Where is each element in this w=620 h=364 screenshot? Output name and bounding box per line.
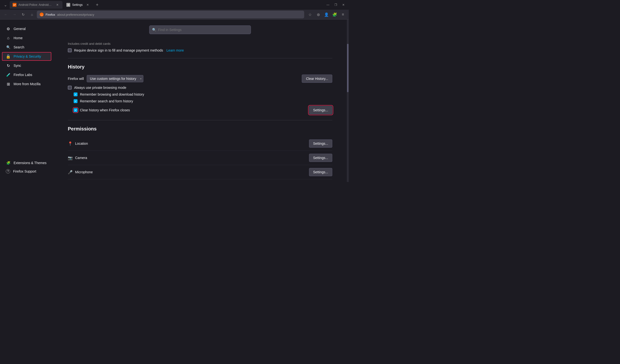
clear-on-close-checkbox[interactable] — [74, 108, 78, 112]
tab-label-android-police: Android Police: Android news, ... — [18, 3, 52, 7]
tab-history-button[interactable]: ⌄ — [2, 1, 9, 8]
sidebar-label-support: Firefox Support — [13, 169, 36, 173]
location-settings-button[interactable]: Settings... — [309, 139, 332, 148]
mozilla-icon: ⊞ — [6, 82, 11, 86]
sidebar-label-privacy: Privacy & Security — [14, 54, 41, 58]
toolbar-actions: ☆ ⊛ 👤 🧩 ≡ — [306, 11, 347, 18]
permissions-section: Permissions 📍 Location Settings... 📷 Cam… — [68, 126, 332, 182]
sidebar-item-sync[interactable]: ↻ Sync — [2, 61, 51, 70]
tab-close-android-police[interactable]: ✕ — [55, 3, 60, 7]
camera-settings-button[interactable]: Settings... — [309, 154, 332, 162]
includes-text: Includes credit and debit cards — [68, 42, 332, 46]
sidebar-label-labs: Firefox Labs — [14, 73, 32, 77]
remember-browsing-row: Remember browsing and download history — [74, 92, 332, 96]
search-wrapper: 🔍 — [149, 25, 251, 34]
clear-on-close-checkbox-row: Clear history when Firefox closes — [74, 108, 130, 112]
history-section: History Firefox will Use custom settings… — [68, 64, 332, 114]
permission-row-microphone: 🎤 Microphone Settings... — [68, 165, 332, 179]
location-icon: 📍 — [68, 141, 73, 146]
extensions-button[interactable]: 🧩 — [331, 11, 339, 18]
sidebar-item-firefox-labs[interactable]: 🧪 Firefox Labs — [2, 70, 51, 79]
clear-history-settings-button[interactable]: Settings... — [309, 106, 332, 114]
camera-text: Camera — [75, 156, 87, 160]
tab-favicon-android-police: AP — [13, 3, 16, 7]
menu-button[interactable]: ≡ — [339, 11, 347, 18]
sync-icon: ↻ — [6, 63, 11, 68]
maximize-button[interactable]: ❐ — [332, 1, 339, 8]
remember-search-checkbox[interactable] — [74, 99, 78, 103]
browser-chrome: ⌄ AP Android Police: Android news, ... ✕… — [0, 0, 349, 20]
tab-bar: ⌄ AP Android Police: Android news, ... ✕… — [0, 0, 349, 10]
clear-on-close-label: Clear history when Firefox closes — [80, 108, 130, 112]
support-icon: ? — [6, 169, 10, 174]
section-divider-1 — [68, 58, 332, 58]
camera-label: 📷 Camera — [68, 155, 87, 160]
permission-row-camera: 📷 Camera Settings... — [68, 151, 332, 165]
always-private-checkbox[interactable] — [68, 86, 72, 90]
permission-row-location: 📍 Location Settings... — [68, 136, 332, 151]
location-text: Location — [75, 142, 88, 145]
pocket-button[interactable]: ⊛ — [314, 11, 322, 18]
home-button[interactable]: ⌂ — [28, 11, 36, 18]
location-label: 📍 Location — [68, 141, 88, 146]
sidebar-item-general[interactable]: ⚙ General — [2, 24, 51, 33]
sidebar-spacer — [0, 89, 53, 156]
back-button[interactable]: ← — [2, 11, 10, 18]
permission-row-speaker: 🔊 Speaker Selection Settings... — [68, 179, 332, 182]
reload-button[interactable]: ↻ — [19, 11, 27, 18]
sidebar-bottom: 🧩 Extensions & Themes ? Firefox Support — [0, 157, 53, 177]
payment-section: Includes credit and debit cards Require … — [68, 42, 332, 52]
search-icon: 🔍 — [6, 45, 11, 50]
tab-close-settings[interactable]: ✕ — [85, 3, 90, 7]
tab-android-police[interactable]: AP Android Police: Android news, ... ✕ — [10, 1, 62, 9]
sidebar-item-search[interactable]: 🔍 Search — [2, 43, 51, 52]
sidebar: ⚙ General ⌂ Home 🔍 Search 🔒 Privacy & Se… — [0, 20, 53, 182]
minimize-button[interactable]: — — [325, 1, 331, 8]
sidebar-item-firefox-support[interactable]: ? Firefox Support — [2, 167, 51, 175]
firefox-logo: 🦊 — [40, 13, 44, 16]
account-button[interactable]: 👤 — [323, 11, 330, 18]
sidebar-label-extensions: Extensions & Themes — [14, 161, 46, 165]
sidebar-label-general: General — [14, 27, 26, 31]
require-sign-in-row: Require device sign in to fill and manag… — [68, 48, 332, 52]
microphone-icon: 🎤 — [68, 170, 73, 174]
address-url: about:preferences#privacy — [57, 13, 94, 16]
always-private-label: Always use private browsing mode — [74, 86, 126, 90]
new-tab-button[interactable]: + — [94, 1, 101, 8]
scrollbar-track[interactable] — [347, 20, 349, 182]
remember-search-label: Remember search and form history — [80, 99, 133, 103]
microphone-settings-button[interactable]: Settings... — [309, 168, 332, 176]
bookmark-button[interactable]: ☆ — [306, 11, 314, 18]
privacy-icon: 🔒 — [6, 54, 11, 59]
scrollbar-thumb[interactable] — [347, 44, 349, 92]
clear-history-button[interactable]: Clear History... — [302, 75, 332, 83]
close-button[interactable]: ✕ — [340, 1, 347, 8]
sidebar-label-mozilla: More from Mozilla — [14, 82, 40, 86]
always-private-row: Always use private browsing mode — [68, 86, 332, 90]
forward-button[interactable]: → — [11, 11, 18, 18]
sidebar-item-home[interactable]: ⌂ Home — [2, 34, 51, 42]
settings-content: 🔍 Includes credit and debit cards Requir… — [53, 20, 347, 182]
microphone-text: Microphone — [75, 170, 93, 174]
sidebar-item-more-mozilla[interactable]: ⊞ More from Mozilla — [2, 80, 51, 88]
require-sign-in-checkbox[interactable] — [68, 48, 72, 52]
sidebar-item-privacy-security[interactable]: 🔒 Privacy & Security — [2, 52, 51, 61]
permissions-section-title: Permissions — [68, 126, 332, 132]
sidebar-item-extensions-themes[interactable]: 🧩 Extensions & Themes — [2, 159, 51, 167]
learn-more-link[interactable]: Learn more — [166, 48, 184, 52]
history-dropdown-row: Firefox will Use custom settings for his… — [68, 75, 332, 83]
tab-settings[interactable]: ⚙ Settings ✕ — [63, 1, 93, 9]
settings-search-area: 🔍 — [68, 25, 332, 34]
microphone-label: 🎤 Microphone — [68, 170, 93, 174]
remember-browsing-checkbox[interactable] — [74, 92, 78, 96]
clear-on-close-row: Clear history when Firefox closes Settin… — [68, 106, 332, 114]
history-dropdown: Use custom settings for history Remember… — [87, 75, 143, 82]
address-bar[interactable]: 🦊 Firefox about:preferences#privacy — [37, 11, 304, 18]
require-sign-in-label: Require device sign in to fill and manag… — [74, 48, 163, 52]
settings-search-input[interactable] — [149, 25, 251, 34]
section-divider-2 — [68, 120, 332, 120]
sidebar-label-sync: Sync — [14, 64, 21, 68]
history-dropdown-select[interactable]: Use custom settings for history Remember… — [87, 75, 143, 82]
firefox-will-label: Firefox will — [68, 77, 84, 81]
window-controls: — ❐ ✕ — [325, 1, 347, 8]
